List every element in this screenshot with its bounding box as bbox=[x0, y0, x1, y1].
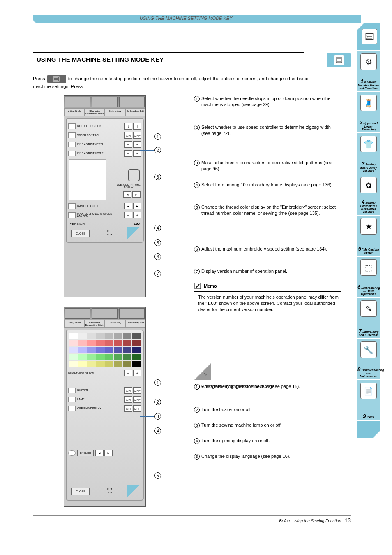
tab-embroidery-edit-2[interactable]: Embroidery Edit bbox=[125, 320, 146, 328]
chapter-icon-1: ⚙ bbox=[360, 53, 377, 70]
width-off-button[interactable]: OFF bbox=[133, 132, 141, 139]
speed-icon bbox=[68, 212, 76, 218]
hoop-icon bbox=[128, 169, 140, 181]
settings-screen-2: Utility Stitch Character Decorative Stit… bbox=[64, 307, 146, 507]
desc-2: 2Select whether to use speed controller … bbox=[194, 124, 342, 137]
row-name-of-color: NAME OF COLOR ◄ ► bbox=[68, 203, 141, 209]
chapter-icon-6: ⬚ bbox=[360, 259, 377, 276]
svg-point-6 bbox=[337, 61, 337, 62]
sidebar-chapter-4[interactable]: ✿4Sewing Characters / Decorative Stitche… bbox=[357, 174, 380, 215]
sidebar-chapter-8[interactable]: 🔧8Troubleshooting and Maintenance bbox=[357, 339, 380, 379]
chapter-icon-5: ★ bbox=[360, 218, 377, 235]
needle-up-button[interactable]: ↑ bbox=[133, 123, 141, 130]
color-next-button[interactable]: ► bbox=[133, 203, 141, 209]
width-on-button[interactable]: ON bbox=[124, 132, 132, 139]
lang-next-button[interactable]: ► bbox=[104, 450, 113, 456]
callout-2: 2 bbox=[154, 147, 161, 153]
sidebar-chapter-6[interactable]: ⬚6Embroidering — Basic Operations bbox=[357, 257, 380, 297]
fine-h-minus-button[interactable]: − bbox=[124, 150, 132, 157]
globe-icon bbox=[68, 450, 76, 456]
callout-b4: 4 bbox=[154, 427, 161, 434]
callout-b5: 5 bbox=[154, 472, 161, 479]
sidebar-current-chapter bbox=[357, 23, 380, 50]
lang-prev-button[interactable]: ◄ bbox=[95, 450, 104, 456]
screen-top-icons bbox=[64, 96, 145, 108]
desc-b3: 3Turn the sewing machine lamp on or off. bbox=[194, 422, 342, 428]
sidebar-chapter-2[interactable]: 🧵2Upper and Lower Threading bbox=[357, 92, 380, 132]
needle-down-button[interactable]: ↓ bbox=[124, 123, 132, 130]
sidebar-chapter-7[interactable]: ✎7Embroidery Edit Functions bbox=[357, 298, 380, 338]
brightness-color-grid bbox=[69, 333, 141, 367]
desc-7: 7Display version number of operation pan… bbox=[194, 268, 342, 274]
chapter-icon-7: ✎ bbox=[360, 300, 377, 317]
row-opening-display: OPENING DISPLAY ONOFF bbox=[68, 405, 141, 412]
version-row: VERSION 1.00 bbox=[68, 221, 141, 226]
section-title-box: USING THE MACHINE SETTING MODE KEY bbox=[33, 52, 304, 67]
next-page-corner[interactable] bbox=[127, 227, 140, 239]
fine-v-icon bbox=[68, 142, 76, 147]
desc-b4: 4Turn the opening display on or off. bbox=[194, 438, 342, 444]
sidebar-chapter-5[interactable]: ★5"My Custom Stitch" bbox=[357, 216, 380, 256]
settings-key-icon bbox=[327, 53, 351, 67]
next-page-corner-2[interactable] bbox=[127, 485, 140, 497]
tab-embroidery[interactable]: Embroidery bbox=[105, 108, 125, 116]
desc-1: 1Select whether the needle stops in up o… bbox=[194, 95, 342, 108]
fine-h-icon bbox=[68, 151, 76, 156]
callout-5: 5 bbox=[154, 239, 161, 246]
section-title: USING THE MACHINE SETTING MODE KEY bbox=[33, 53, 304, 63]
sidebar-chapter-1[interactable]: ⚙1Knowing Machine Names and Functions bbox=[357, 51, 380, 91]
callout-1: 1 bbox=[154, 133, 161, 140]
buzzer-on-button[interactable]: ON bbox=[124, 387, 132, 394]
frame-prev-button[interactable]: ◄ bbox=[123, 191, 131, 198]
tab-utility[interactable]: Utility Stitch bbox=[64, 108, 85, 116]
page-corner-triangle-icon bbox=[194, 363, 211, 380]
color-name-icon bbox=[68, 203, 76, 209]
chapter-icon-8: 🔧 bbox=[360, 341, 377, 358]
tab-decorative[interactable]: Character Decorative Stitch bbox=[85, 108, 105, 116]
needle-icon bbox=[68, 123, 76, 129]
tab-utility-2[interactable]: Utility Stitch bbox=[64, 320, 85, 328]
language-value: ENGLISH bbox=[77, 450, 94, 456]
screen-tabs-2: Utility Stitch Character Decorative Stit… bbox=[64, 320, 145, 328]
fine-h-plus-button[interactable]: + bbox=[133, 150, 141, 157]
fine-v-plus-button[interactable]: + bbox=[133, 141, 141, 148]
desc-b5: 5Change the display language (see page 1… bbox=[194, 453, 342, 460]
speed-minus-button[interactable]: − bbox=[124, 212, 132, 218]
close-button[interactable]: CLOSE bbox=[71, 230, 90, 237]
lamp-on-button[interactable]: ON bbox=[124, 396, 132, 403]
row-buzzer: BUZZER ONOFF bbox=[68, 387, 141, 394]
tab-embroidery-2[interactable]: Embroidery bbox=[105, 320, 125, 328]
chapter-icon-9: 📄 bbox=[360, 383, 377, 399]
opening-off-button[interactable]: OFF bbox=[133, 405, 141, 412]
brightness-minus-button[interactable]: − bbox=[124, 370, 132, 376]
desc-4: 4Select from among 10 embroidery frame d… bbox=[194, 182, 342, 188]
memo-icon bbox=[194, 282, 201, 290]
settings-screen-1: Utility Stitch Character Decorative Stit… bbox=[64, 95, 146, 297]
tab-decorative-2[interactable]: Character Decorative Stitch bbox=[85, 320, 105, 328]
row-brightness: BRIGHTNESS OF LCD − + bbox=[68, 370, 141, 376]
row-fine-adjust-h: FINE ADJUST HORIZ. − + bbox=[68, 150, 141, 157]
page-indicator-2: P. 2P. 2 bbox=[106, 488, 112, 495]
opening-on-button[interactable]: ON bbox=[124, 405, 132, 412]
buzzer-off-button[interactable]: OFF bbox=[133, 387, 141, 394]
row-lamp: LAMP ONOFF bbox=[68, 396, 141, 403]
sidebar-chapter-9[interactable]: 📄9Index bbox=[357, 380, 380, 420]
intro-text: Press to change the needle stop position… bbox=[33, 75, 321, 90]
settings-list-icon bbox=[362, 29, 377, 44]
close-button-2[interactable]: CLOSE bbox=[71, 488, 90, 495]
fine-v-minus-button[interactable]: − bbox=[124, 141, 132, 148]
color-prev-button[interactable]: ◄ bbox=[124, 203, 132, 209]
header-breadcrumb: USING THE MACHINE SETTING MODE KEY bbox=[140, 16, 233, 21]
width-icon bbox=[68, 132, 76, 138]
screen-tabs: Utility Stitch Character Decorative Stit… bbox=[64, 108, 145, 116]
tab-embroidery-edit[interactable]: Embroidery Edit bbox=[125, 108, 146, 116]
frame-next-button[interactable]: ► bbox=[132, 191, 141, 198]
sidebar-chapter-3[interactable]: 👕3Sewing Basic Utility Stitches bbox=[357, 133, 380, 174]
speed-plus-button[interactable]: + bbox=[133, 212, 141, 218]
memo-box: Memo The version number of your machine'… bbox=[194, 282, 341, 313]
brightness-plus-button[interactable]: + bbox=[133, 370, 141, 376]
callout-3: 3 bbox=[154, 174, 161, 180]
page-indicator: P. 1P. 2 bbox=[106, 230, 112, 237]
opening-icon bbox=[68, 406, 76, 411]
settings-key-inline-icon bbox=[47, 75, 66, 83]
